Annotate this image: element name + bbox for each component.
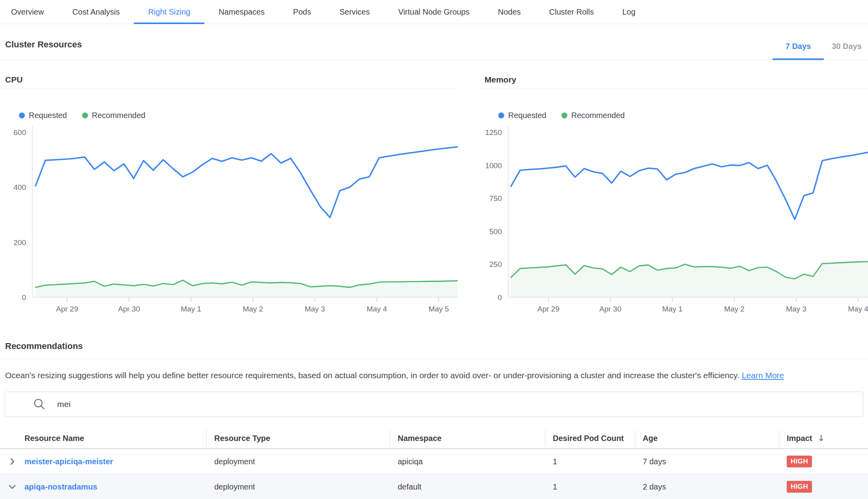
recommendations-title: Recommendations [5, 341, 83, 351]
table-header-row: Resource NameResource TypeNamespaceDesir… [0, 428, 868, 448]
cpu-chart-plot: 0200400600Apr 29Apr 30May 1May 2May 3May… [0, 123, 458, 317]
chevron-right-icon[interactable] [0, 457, 24, 466]
svg-text:Apr 29: Apr 29 [537, 305, 559, 313]
cell-resource-type: deployment [206, 482, 390, 491]
cell-namespace: default [390, 482, 545, 491]
recommendations-description-text: Ocean's resizing suggestions will help y… [5, 371, 739, 380]
cpu-chart-panel: CPU RequestedRecommended 0200400600Apr 2… [0, 70, 458, 317]
svg-text:1000: 1000 [485, 161, 502, 170]
legend-item-requested[interactable]: Requested [498, 111, 546, 120]
column-label-resource-name: Resource Name [24, 434, 84, 443]
recommendations-divider [0, 358, 868, 359]
tab-log[interactable]: Log [608, 0, 649, 24]
legend-label-recommended: Recommended [571, 111, 625, 120]
cpu-recommended-area [36, 280, 458, 297]
impact-badge-high: HIGH [787, 481, 812, 493]
memory-chart-plot: 025050075010001250Apr 29Apr 30May 1May 2… [479, 123, 868, 317]
memory-chart-legend: RequestedRecommended [498, 110, 868, 120]
memory-requested-line [511, 152, 868, 219]
column-label-desired-pod-count: Desired Pod Count [553, 434, 624, 443]
cell-desired-pod-count: 1 [545, 457, 635, 466]
memory-chart-title: Memory [479, 70, 868, 88]
column-header-desired-pod-count: Desired Pod Count [545, 428, 635, 448]
svg-text:May 3: May 3 [305, 305, 325, 313]
svg-text:Apr 29: Apr 29 [56, 305, 78, 313]
resource-search-box [5, 392, 863, 417]
right-sizing-page: OverviewCost AnalysisRight SizingNamespa… [0, 0, 868, 499]
svg-text:400: 400 [13, 183, 26, 191]
svg-text:May 2: May 2 [724, 305, 745, 313]
cell-resource-type: deployment [206, 457, 390, 466]
svg-text:May 5: May 5 [428, 305, 449, 313]
column-header-resource-type: Resource Type [206, 428, 390, 448]
legend-label-requested: Requested [508, 111, 546, 120]
svg-text:May 1: May 1 [181, 305, 201, 313]
legend-dot-recommended [561, 113, 567, 118]
svg-text:200: 200 [13, 238, 26, 247]
search-input[interactable] [56, 399, 863, 409]
resource-name-link[interactable]: apiqa-nostradamus [24, 482, 97, 491]
column-label-age: Age [643, 434, 658, 443]
legend-dot-recommended [82, 113, 88, 118]
resource-name-link[interactable]: meister-apiciqa-meister [24, 457, 113, 466]
sort-desc-arrow-icon[interactable]: ↓ [817, 433, 825, 443]
learn-more-link[interactable]: Learn More [742, 371, 784, 380]
svg-text:May 4: May 4 [848, 305, 868, 313]
column-header-impact[interactable]: Impact↓ [779, 428, 868, 448]
cell-resource-name: meister-apiciqa-meister [0, 457, 206, 466]
legend-item-recommended[interactable]: Recommended [561, 111, 625, 120]
svg-text:Apr 30: Apr 30 [599, 305, 621, 313]
tab-overview[interactable]: Overview [0, 0, 58, 24]
range-button-7-days[interactable]: 7 Days [773, 42, 824, 51]
legend-item-requested[interactable]: Requested [19, 111, 67, 120]
cell-impact: HIGH [779, 456, 868, 467]
svg-text:May 3: May 3 [786, 305, 806, 313]
tab-services[interactable]: Services [325, 0, 384, 24]
search-icon [33, 398, 46, 411]
tab-namespaces[interactable]: Namespaces [204, 0, 279, 24]
tab-cluster-rolls[interactable]: Cluster Rolls [535, 0, 608, 24]
column-label-namespace: Namespace [398, 434, 441, 443]
tab-right-sizing[interactable]: Right Sizing [134, 0, 204, 24]
table-row-apiqa-nostradamus[interactable]: apiqa-nostradamusdeploymentdefault12 day… [0, 474, 868, 499]
cell-age: 7 days [635, 457, 779, 466]
svg-text:May 4: May 4 [367, 305, 387, 313]
svg-text:May 1: May 1 [662, 305, 683, 313]
top-tab-bar: OverviewCost AnalysisRight SizingNamespa… [0, 0, 868, 24]
cpu-chart-legend: RequestedRecommended [19, 110, 458, 120]
impact-badge-high: HIGH [787, 456, 812, 467]
memory-recommended-area [511, 262, 868, 297]
memory-chart-panel: Memory RequestedRecommended 025050075010… [479, 70, 868, 317]
svg-text:750: 750 [489, 194, 502, 203]
column-label-resource-type: Resource Type [214, 434, 270, 443]
svg-text:1250: 1250 [485, 128, 502, 137]
cell-namespace: apiciqa [390, 457, 545, 466]
cpu-title-rule [0, 88, 458, 89]
svg-text:500: 500 [489, 227, 502, 236]
range-button-30-days[interactable]: 30 Days [829, 42, 865, 51]
table-row-meister-apiciqa-meister[interactable]: meister-apiciqa-meisterdeploymentapiciqa… [0, 449, 868, 474]
tab-cost-analysis[interactable]: Cost Analysis [58, 0, 134, 24]
memory-title-rule [479, 88, 868, 89]
section-divider [0, 60, 868, 60]
column-header-resource-name: Resource Name [0, 428, 206, 448]
svg-text:0: 0 [498, 293, 502, 302]
svg-text:600: 600 [13, 128, 26, 137]
cell-desired-pod-count: 1 [545, 482, 635, 491]
legend-dot-requested [498, 113, 504, 118]
cpu-requested-line [36, 147, 458, 218]
cpu-chart-title: CPU [0, 70, 458, 88]
legend-dot-requested [19, 113, 25, 118]
tab-pods[interactable]: Pods [279, 0, 326, 24]
cell-age: 2 days [635, 482, 779, 491]
tab-virtual-node-groups[interactable]: Virtual Node Groups [384, 0, 484, 24]
legend-item-recommended[interactable]: Recommended [82, 111, 146, 120]
column-header-age: Age [635, 428, 779, 448]
cell-impact: HIGH [779, 481, 868, 493]
cluster-resources-title: Cluster Resources [5, 39, 82, 50]
tab-nodes[interactable]: Nodes [484, 0, 535, 24]
recommendations-description: Ocean's resizing suggestions will help y… [5, 370, 864, 381]
active-range-underline [773, 58, 824, 60]
chevron-down-icon[interactable] [0, 482, 24, 491]
legend-label-recommended: Recommended [92, 111, 146, 120]
